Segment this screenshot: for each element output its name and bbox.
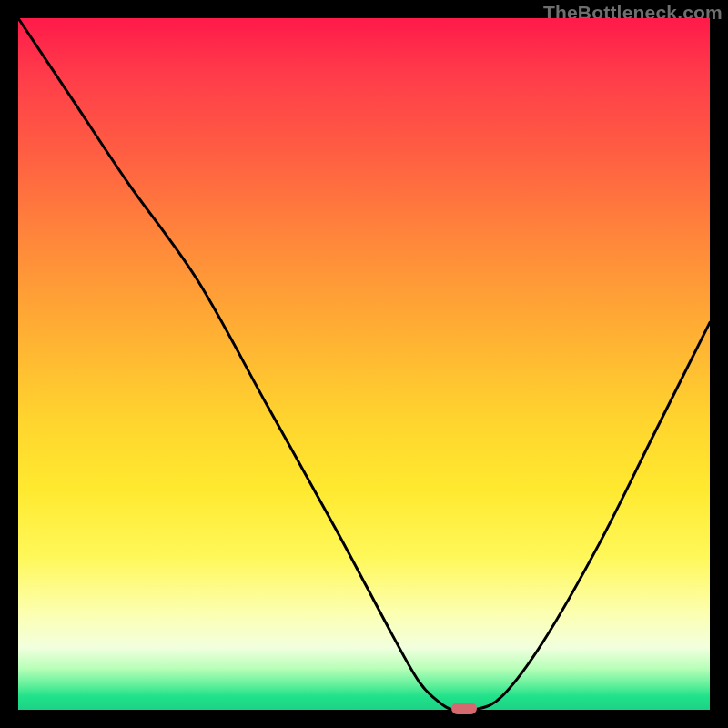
plot-area	[18, 18, 710, 710]
bottleneck-curve-path	[18, 18, 710, 711]
curve-svg	[18, 18, 710, 710]
chart-frame: TheBottleneck.com	[0, 0, 728, 728]
optimum-marker	[451, 703, 477, 714]
